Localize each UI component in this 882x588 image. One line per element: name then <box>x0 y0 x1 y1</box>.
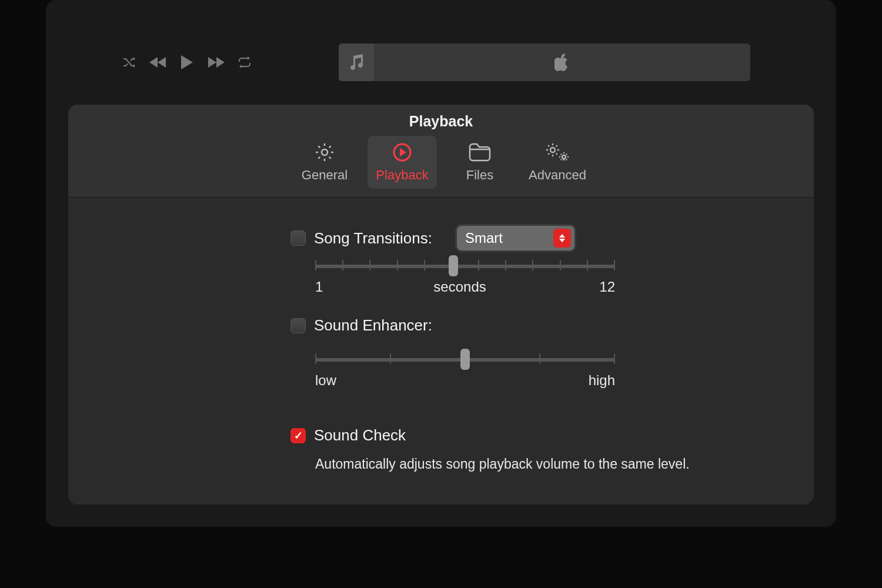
sound-check-checkbox[interactable] <box>290 428 306 443</box>
tab-playback[interactable]: Playback <box>368 136 437 189</box>
apple-logo-icon <box>374 54 750 71</box>
tab-label: Playback <box>370 168 435 183</box>
svg-point-3 <box>562 155 566 159</box>
transitions-mode-dropdown[interactable]: Smart <box>457 226 574 250</box>
sound-check-label: Sound Check <box>314 426 406 445</box>
next-icon[interactable] <box>207 56 225 69</box>
previous-icon[interactable] <box>149 56 167 69</box>
chevron-up-down-icon <box>553 229 571 248</box>
music-note-icon <box>339 44 374 81</box>
panel-title: Playback <box>68 113 814 136</box>
song-transitions-checkbox[interactable] <box>290 230 306 246</box>
preferences-panel: Playback General Playback <box>68 105 814 505</box>
slider-low-label: low <box>315 372 336 389</box>
tab-label: General <box>292 168 357 183</box>
shuffle-icon[interactable] <box>122 56 136 69</box>
svg-point-0 <box>322 149 328 155</box>
sound-enhancer-label: Sound Enhancer: <box>314 316 432 335</box>
tab-label: Files <box>447 168 512 183</box>
folder-icon <box>447 141 512 164</box>
slider-mid-label: seconds <box>433 279 486 295</box>
svg-point-2 <box>550 148 555 152</box>
play-circle-icon <box>370 141 435 164</box>
slider-min-label: 1 <box>315 279 323 295</box>
tab-advanced[interactable]: Advanced <box>523 136 592 189</box>
slider-max-label: 12 <box>599 279 615 295</box>
tab-label: Advanced <box>525 168 590 183</box>
slider-thumb[interactable] <box>449 255 458 276</box>
repeat-icon[interactable] <box>238 56 252 68</box>
transitions-seconds-slider[interactable] <box>315 258 615 274</box>
gear-icon <box>292 141 357 164</box>
sound-check-description: Automatically adjusts song playback volu… <box>315 456 750 472</box>
gears-icon <box>525 141 590 164</box>
tab-general[interactable]: General <box>290 136 359 189</box>
dropdown-value: Smart <box>465 230 553 246</box>
song-transitions-label: Song Transitions: <box>314 229 432 248</box>
sound-enhancer-slider[interactable] <box>315 351 615 368</box>
play-icon[interactable] <box>180 55 194 70</box>
slider-thumb[interactable] <box>460 349 470 370</box>
tab-files[interactable]: Files <box>445 136 514 189</box>
sound-enhancer-checkbox[interactable] <box>290 318 306 333</box>
now-playing-bar[interactable] <box>339 44 750 81</box>
slider-high-label: high <box>589 372 615 389</box>
